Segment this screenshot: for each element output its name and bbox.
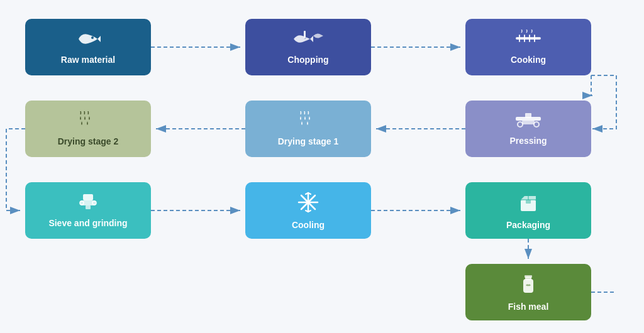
svg-rect-16 bbox=[529, 35, 530, 42]
cooling-icon bbox=[297, 191, 319, 216]
drying1-icon bbox=[296, 111, 321, 133]
raw-material-node: Raw material bbox=[25, 19, 151, 75]
fish-meal-icon bbox=[518, 273, 538, 298]
raw-material-icon bbox=[75, 30, 101, 51]
svg-point-22 bbox=[534, 122, 539, 127]
sieve-label: Sieve and grinding bbox=[48, 218, 127, 229]
pressing-node: Pressing bbox=[465, 101, 591, 157]
packaging-icon bbox=[517, 191, 540, 216]
drying2-label: Drying stage 2 bbox=[58, 136, 118, 147]
chopping-node: Chopping bbox=[245, 19, 371, 75]
cooling-label: Cooling bbox=[292, 220, 325, 231]
chopping-label: Chopping bbox=[287, 55, 328, 65]
svg-rect-20 bbox=[525, 113, 531, 118]
svg-rect-12 bbox=[304, 31, 306, 38]
cooking-icon bbox=[513, 30, 544, 51]
svg-rect-17 bbox=[534, 35, 535, 42]
drying2-icon bbox=[75, 111, 101, 133]
raw-material-label: Raw material bbox=[61, 55, 115, 65]
svg-rect-15 bbox=[524, 35, 525, 42]
svg-rect-42 bbox=[525, 275, 532, 278]
sieve-icon bbox=[75, 193, 101, 214]
svg-rect-39 bbox=[526, 200, 531, 204]
svg-point-10 bbox=[91, 36, 94, 39]
drying1-node: Drying stage 1 bbox=[245, 101, 371, 157]
cooking-label: Cooking bbox=[511, 55, 546, 65]
svg-rect-14 bbox=[519, 35, 520, 42]
process-diagram: Raw material Chopping bbox=[0, 0, 644, 333]
svg-rect-25 bbox=[86, 205, 91, 209]
fish-meal-label: Fish meal bbox=[508, 302, 549, 312]
svg-rect-23 bbox=[83, 194, 93, 200]
packaging-node: Packaging bbox=[465, 182, 591, 239]
cooling-node: Cooling bbox=[245, 182, 371, 239]
svg-point-21 bbox=[518, 122, 523, 127]
drying2-node: Drying stage 2 bbox=[25, 101, 151, 157]
drying1-label: Drying stage 1 bbox=[278, 136, 338, 147]
sieve-node: Sieve and grinding bbox=[25, 182, 151, 239]
svg-rect-19 bbox=[522, 121, 535, 124]
cooking-node: Cooking bbox=[465, 19, 591, 75]
pressing-icon bbox=[513, 112, 544, 132]
chopping-icon bbox=[292, 30, 324, 51]
packaging-label: Packaging bbox=[506, 220, 550, 231]
pressing-label: Pressing bbox=[509, 136, 547, 146]
fish-meal-node: Fish meal bbox=[465, 264, 591, 320]
